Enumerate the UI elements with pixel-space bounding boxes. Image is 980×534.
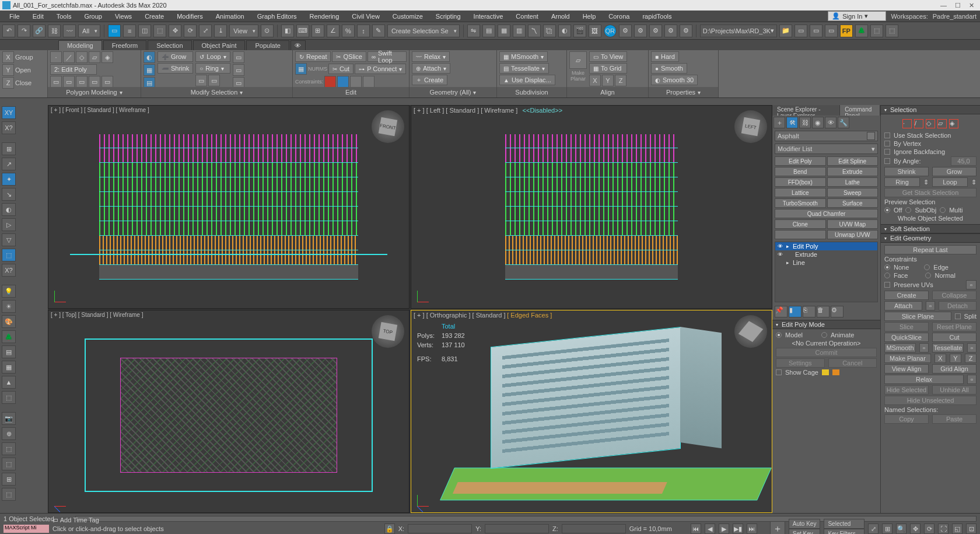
cut-button[interactable]: ✂ Cut <box>328 64 354 74</box>
quickslice-button[interactable]: QuickSlice <box>884 333 929 342</box>
redo-button[interactable]: ↷ <box>18 25 30 37</box>
viewport-ortho[interactable]: [ + ] [ Orthographic ] [ Standard ] [ Ed… <box>411 310 772 514</box>
axis-xq-button[interactable]: X? <box>2 121 16 134</box>
animate-radio[interactable] <box>821 332 827 338</box>
align-y-button[interactable]: Y <box>602 75 614 86</box>
left-tool-1[interactable]: ⊞ <box>2 142 16 155</box>
select-place-button[interactable]: ⤓ <box>214 25 227 37</box>
maxscript-mini-listener[interactable]: MAXScript Mi <box>4 525 49 533</box>
ribbon-collapse-button[interactable]: 👁 <box>290 40 306 50</box>
select-object-button[interactable]: ▭ <box>108 25 121 37</box>
tool-j-button[interactable]: ⬚ <box>870 25 883 37</box>
subobj-vertex-button[interactable]: · <box>50 51 62 63</box>
left-tool-23[interactable]: ⬚ <box>2 488 16 501</box>
view-align-button[interactable]: View Align <box>884 364 929 374</box>
viewport-nav-2[interactable]: ⊞ <box>882 523 892 534</box>
subobj-edge-button[interactable]: ／ <box>63 51 75 63</box>
menu-rapidtools[interactable]: rapidTools <box>636 12 677 21</box>
menu-animation[interactable]: Animation <box>210 12 250 21</box>
left-tool-13[interactable]: 🌲 <box>2 330 16 343</box>
constraint-edge-radio[interactable] <box>924 264 930 270</box>
utilities-panel-button[interactable]: 🔧 <box>838 117 849 128</box>
repeat-last-button[interactable]: Repeat Last <box>884 245 977 254</box>
left-tool-18[interactable]: 📷 <box>2 412 16 425</box>
viewcube-left[interactable]: LEFT <box>734 110 767 143</box>
properties-section-label[interactable]: Properties ▾ <box>649 87 718 97</box>
set-key-button[interactable]: Set Key <box>789 529 821 534</box>
keyboard-shortcut-button[interactable]: ⌨ <box>296 25 309 37</box>
planar-x-button[interactable]: X <box>935 354 946 363</box>
mod-surface[interactable]: Surface <box>827 198 878 208</box>
coord-y-field[interactable] <box>485 524 549 533</box>
subobj-vertex-icon[interactable]: · <box>902 119 912 128</box>
subobj-edge-icon[interactable]: / <box>914 119 923 128</box>
stack-line[interactable]: ▸Line <box>775 259 877 267</box>
stack-editpoly[interactable]: 👁▸Edit Poly <box>775 242 877 250</box>
viewport-ortho-label[interactable]: [ + ] [ Orthographic ] [ Standard ] [ Ed… <box>414 312 552 319</box>
edit-poly-mode-rollout-header[interactable]: Edit Poly Mode <box>772 320 880 329</box>
left-tool-21[interactable]: ⬚ <box>2 458 16 470</box>
viewport-left-label[interactable]: [ + ] [ Left ] [ Standard ] [ Wireframe … <box>414 107 562 114</box>
key-filters-button[interactable]: Key Filters... <box>824 529 864 534</box>
align-z-button[interactable]: Z <box>615 75 626 86</box>
manipulate-button[interactable]: ◧ <box>281 25 294 37</box>
left-tool-4[interactable]: ↘ <box>2 188 16 201</box>
render-production-button[interactable]: QR <box>604 25 617 37</box>
mod-quadchamfer[interactable]: Quad Chamfer <box>775 209 878 218</box>
preview-multi-radio[interactable] <box>940 207 946 213</box>
planar-z-button[interactable]: Z <box>965 354 977 363</box>
swift-loop-button[interactable]: ∞ Swift Loop <box>368 51 407 62</box>
geo-msmooth-button[interactable]: MSmooth <box>884 343 916 352</box>
modifier-list-dropdown[interactable]: Modifier List <box>775 144 878 154</box>
subobj-border-icon[interactable]: ◇ <box>926 119 935 128</box>
lock-selection-button[interactable]: 🔒 <box>384 523 395 534</box>
hide-selected-button[interactable]: Hide Selected <box>884 385 929 395</box>
make-planar-button[interactable]: ▱ <box>569 51 587 69</box>
sel-loop-button[interactable]: Loop <box>932 177 968 187</box>
split-checkbox[interactable] <box>955 313 961 319</box>
goto-start-button[interactable]: ⏮ <box>691 523 701 534</box>
subobj-polygon-button[interactable]: ▱ <box>89 51 100 63</box>
ms-icon-c[interactable]: ▭ <box>233 51 244 63</box>
qslice-button[interactable]: ✂ QSlice <box>332 51 366 62</box>
sel-ring-button[interactable]: Ring <box>884 177 920 187</box>
use-stack-checkbox[interactable] <box>884 132 890 138</box>
by-vertex-checkbox[interactable] <box>884 141 890 146</box>
toggle-ribbon-button[interactable]: ▥ <box>513 25 526 37</box>
mod-bend[interactable]: Bend <box>775 167 826 176</box>
geo-cut-button[interactable]: Cut <box>932 333 977 342</box>
mirror-button[interactable]: ⇋ <box>467 25 480 37</box>
viewport-nav-5[interactable]: ⟳ <box>924 523 935 534</box>
mod-editpoly[interactable]: Edit Poly <box>775 156 826 166</box>
select-rotate-button[interactable]: ⟳ <box>184 25 197 37</box>
rect-region-button[interactable]: ◫ <box>138 25 151 37</box>
slice-plane-button[interactable]: Slice Plane <box>884 312 951 321</box>
rendered-frame-button[interactable]: 🖼 <box>589 25 601 37</box>
constraint-edge-button[interactable] <box>337 76 349 88</box>
left-tool-15[interactable]: ▦ <box>2 361 16 374</box>
viewport-nav-8[interactable]: ⊡ <box>966 523 977 534</box>
menu-customize[interactable]: Customize <box>387 12 429 21</box>
left-tool-3[interactable]: ✦ <box>2 173 16 186</box>
modifier-stack[interactable]: 👁▸Edit Poly 👁Extrude ▸Line <box>775 242 878 302</box>
schematic-view-button[interactable]: ⿻ <box>543 25 556 37</box>
pm-tool-1[interactable]: ▭ <box>50 76 62 88</box>
constraint-normal-button[interactable] <box>363 76 374 88</box>
tessellate-settings[interactable]: ▫ <box>967 343 977 352</box>
viewport-nav-3[interactable]: 🔍 <box>896 523 907 534</box>
ribbon-tab-freeform[interactable]: Freeform <box>103 40 147 50</box>
viewport-nav-7[interactable]: ◱ <box>952 523 963 534</box>
menu-arnold[interactable]: Arnold <box>545 12 576 21</box>
sel-grow-button[interactable]: Grow <box>932 167 977 176</box>
subobj-element-icon[interactable]: ◈ <box>949 119 958 128</box>
stack-extrude[interactable]: 👁Extrude <box>775 250 877 259</box>
left-tool-19[interactable]: ⊕ <box>2 427 16 440</box>
menu-views[interactable]: Views <box>109 12 138 21</box>
use-soft-sel-toggle[interactable]: ▦ <box>144 64 155 76</box>
show-cage-checkbox[interactable] <box>776 369 782 375</box>
polygon-modeling-section-label[interactable]: Polygon Modeling ▾ <box>48 87 141 97</box>
grid-align-button[interactable]: Grid Align <box>932 364 977 374</box>
ribbon-tab-objectpaint[interactable]: Object Paint <box>193 40 246 50</box>
settings-button[interactable]: Settings <box>776 358 825 368</box>
object-name-field[interactable]: Asphalt <box>775 131 878 141</box>
